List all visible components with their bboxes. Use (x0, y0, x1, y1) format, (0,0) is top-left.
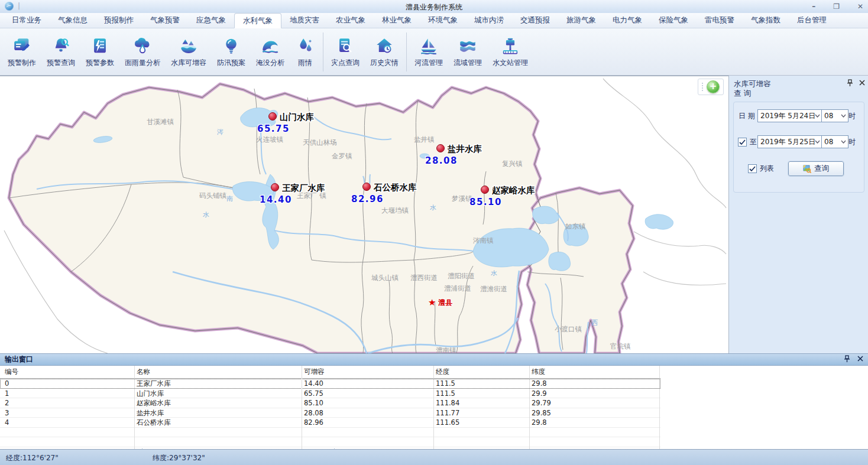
query-button[interactable]: 查询 (788, 161, 844, 176)
town-label: 火连坡镇 (256, 135, 284, 144)
table-cell: 2 (5, 399, 9, 407)
column-header[interactable]: 可增容 (304, 368, 325, 376)
reservoir-marker-group[interactable] (481, 186, 489, 194)
column-header[interactable]: 编号 (5, 368, 18, 376)
river-label: 水 (203, 211, 209, 219)
date-to-combobox[interactable]: 2019年 5月25日 (757, 135, 822, 148)
table-row[interactable]: 3盐井水库28.08111.7729.85 (0, 408, 660, 418)
reservoir-point-icon[interactable] (481, 186, 489, 194)
table-cell: 1 (5, 389, 9, 398)
panel-pin-icon[interactable] (847, 79, 853, 89)
column-header[interactable]: 经度 (436, 368, 449, 376)
reservoir-point-icon[interactable] (271, 184, 279, 191)
hour-suffix-label: 时 (848, 111, 856, 121)
tool-hydroStation[interactable]: 水文站管理 (487, 34, 533, 70)
menu-tab-12[interactable]: 旅游气象 (558, 13, 604, 28)
table-cell: 29.8 (532, 418, 547, 427)
column-divider (659, 366, 660, 449)
column-divider (134, 366, 135, 449)
town-label: 甘溪滩镇 (147, 118, 174, 126)
output-close-icon[interactable] (857, 355, 863, 365)
menu-tab-0[interactable]: 日常业务 (4, 13, 50, 28)
town-label: 官垸镇 (610, 342, 631, 350)
chevron-down-icon (815, 113, 820, 118)
menu-tab-2[interactable]: 预报制作 (96, 13, 142, 28)
tool-rainAnalysis[interactable]: 面雨量分析 (119, 34, 166, 70)
reservoir-name-label: 王家厂水库 (282, 183, 325, 193)
tool-alertSearch[interactable]: 预警查询 (41, 34, 80, 70)
hour-to-combobox[interactable]: 08 (821, 135, 848, 148)
menu-tab-3[interactable]: 气象预警 (142, 13, 188, 28)
basinManage-icon (458, 36, 478, 56)
table-row[interactable]: 2赵家峪水库85.10111.8429.79 (0, 398, 660, 408)
tool-reservoirCapacity[interactable]: 水库可增容 (166, 34, 212, 70)
menu-tab-8[interactable]: 林业气象 (374, 13, 420, 28)
to-label: 至 (750, 137, 757, 147)
map-canvas[interactable]: 甘溪滩镇火连坡镇天供山林场金罗镇盐井镇复兴镇码头铺镇王家厂 镇大堰垱镇梦溪镇如东… (1, 77, 727, 353)
output-pin-icon[interactable] (844, 355, 850, 365)
menu-tab-14[interactable]: 保险气象 (650, 13, 697, 28)
tool-alertParams[interactable]: 预警参数 (80, 34, 119, 70)
reservoir-point-icon[interactable] (437, 145, 445, 152)
close-button[interactable]: ✕ (857, 0, 863, 13)
table-row[interactable]: 0王家厂水库14.40111.529.8 (0, 379, 660, 389)
menu-tab-6[interactable]: 地质灾害 (281, 13, 328, 28)
floodPlan-icon (221, 36, 241, 56)
map-zoom-in-button[interactable]: + (707, 80, 720, 93)
hour-from-combobox[interactable]: 08 (821, 109, 848, 122)
reservoir-marker-group[interactable] (271, 184, 279, 191)
tool-riverManage[interactable]: 河流管理 (409, 34, 448, 70)
tool-alertCompose[interactable]: 预警制作 (2, 34, 41, 70)
menu-tab-17[interactable]: 后台管理 (789, 13, 835, 28)
table-cell: 111.5 (436, 379, 455, 388)
tool-floodAnalysis[interactable]: 淹没分析 (251, 34, 290, 70)
column-header[interactable]: 名称 (137, 368, 150, 376)
reservoir-marker-group[interactable] (269, 113, 277, 121)
tool-floodPlan[interactable]: 防汛预案 (212, 34, 251, 70)
drag-grip-icon[interactable] (700, 83, 705, 91)
to-checkbox[interactable] (738, 138, 747, 147)
output-table[interactable]: 编号名称可增容经度纬度0王家厂水库14.40111.529.81山门水库65.7… (0, 366, 660, 449)
tool-disasterHistory[interactable]: 历史灾情 (365, 34, 404, 70)
town-label: 大堰垱镇 (381, 206, 409, 214)
town-label: 澧浦街道 (444, 284, 471, 292)
reservoir-point-icon[interactable] (363, 183, 371, 191)
menu-tab-11[interactable]: 交通预报 (512, 13, 558, 28)
menu-tab-16[interactable]: 气象指数 (743, 13, 789, 28)
panel-close-icon[interactable] (859, 79, 865, 89)
tool-rainInfo[interactable]: 雨情 (290, 34, 320, 70)
date-from-combobox[interactable]: 2019年 5月24日 (757, 109, 822, 122)
disasterSearch-icon (335, 36, 355, 56)
list-checkbox[interactable] (748, 164, 757, 173)
table-row[interactable]: 1山门水库65.75111.529.9 (0, 389, 660, 399)
menu-tab-9[interactable]: 环境气象 (420, 13, 466, 28)
column-header[interactable]: 纬度 (532, 368, 545, 376)
town-label: 涔南镇 (473, 236, 494, 245)
tool-basinManage[interactable]: 流域管理 (448, 34, 487, 70)
menu-tab-10[interactable]: 城市内涝 (466, 13, 512, 28)
disasterHistory-icon (374, 36, 394, 56)
menu-tab-1[interactable]: 气象信息 (50, 13, 96, 28)
river-label: 水 (491, 269, 497, 277)
riverManage-icon (419, 36, 439, 56)
rainInfo-icon (295, 36, 315, 56)
minimize-button[interactable]: – (812, 0, 815, 13)
menu-bar: 日常业务气象信息预报制作气象预警应急气象水利气象地质灾害农业气象林业气象环境气象… (0, 13, 868, 28)
reservoir-name-label: 赵家峪水库 (491, 186, 535, 195)
maximize-button[interactable]: ❐ (833, 0, 840, 13)
reservoir-point-icon[interactable] (269, 113, 277, 121)
menu-tab-5[interactable]: 水利气象 (234, 13, 281, 28)
reservoir-marker-group[interactable] (437, 145, 445, 152)
table-row[interactable]: 4石公桥水库82.96111.6529.8 (0, 418, 660, 428)
reservoir-name-label: 盐井水库 (447, 144, 482, 154)
menu-tab-7[interactable]: 农业气象 (328, 13, 374, 28)
tool-disasterSearch[interactable]: 灾点查询 (326, 34, 365, 70)
menu-tab-4[interactable]: 应急气象 (188, 13, 234, 28)
table-cell: 111.77 (436, 409, 459, 417)
column-divider (433, 366, 434, 449)
menu-tab-15[interactable]: 雷电预警 (697, 13, 743, 28)
reservoir-marker-group[interactable] (363, 183, 371, 191)
table-cell: 14.40 (304, 379, 323, 388)
menu-tab-13[interactable]: 电力气象 (604, 13, 650, 28)
status-bar: 经度:112°6'27" 纬度:29°37'32" (0, 449, 868, 465)
